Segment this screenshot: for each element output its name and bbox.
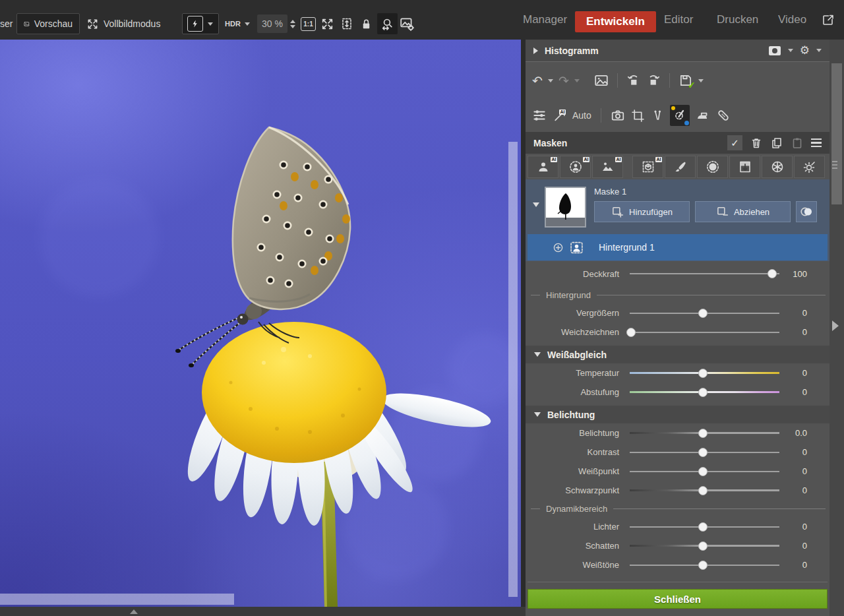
slider-handle-lichter[interactable] bbox=[698, 522, 708, 532]
slider-handle-wei-t-ne[interactable] bbox=[698, 561, 708, 570]
mask-luminance-button[interactable] bbox=[794, 156, 825, 178]
mask-person-ai-button[interactable]: AI bbox=[528, 156, 558, 178]
histogram-header[interactable]: Histogramm ⚙ bbox=[526, 40, 829, 62]
fit-to-screen-button[interactable] bbox=[320, 13, 334, 34]
slider-handle-belichtung[interactable] bbox=[698, 429, 708, 438]
panel-collapse-arrow[interactable] bbox=[832, 321, 839, 331]
mask-add-button[interactable]: Hinzufügen bbox=[594, 201, 690, 222]
hdr-dropdown[interactable]: HDR bbox=[225, 13, 250, 34]
mask-object-ai-button[interactable]: AI bbox=[632, 156, 663, 178]
slider-handle-vergr-ern[interactable] bbox=[698, 309, 708, 318]
slider-handle-wei-punkt[interactable] bbox=[698, 467, 708, 476]
add-layer-icon[interactable] bbox=[553, 242, 564, 253]
save-dropdown-caret[interactable] bbox=[698, 79, 704, 82]
canvas-horizontal-scrollbar[interactable] bbox=[0, 594, 234, 605]
photo-canvas[interactable] bbox=[0, 40, 521, 607]
slider-handle-kontrast[interactable] bbox=[698, 448, 708, 457]
mask-brush-button[interactable] bbox=[665, 156, 696, 178]
undo-icon[interactable]: ↶ bbox=[532, 75, 543, 87]
mask-enabled-checkbox[interactable]: ✓ bbox=[727, 135, 742, 150]
adjustments-icon[interactable] bbox=[532, 108, 547, 123]
browser-tab-partial[interactable]: ser bbox=[0, 13, 13, 34]
fit-height-button[interactable] bbox=[340, 13, 353, 34]
slider-handle-weichzeichnen[interactable] bbox=[626, 328, 636, 337]
slider-track-lichter[interactable] bbox=[630, 522, 779, 532]
preview-button[interactable]: Vorschau bbox=[16, 13, 80, 34]
nav-drucken[interactable]: Drucken bbox=[717, 0, 758, 40]
mask-invert-button[interactable] bbox=[796, 201, 817, 222]
paste-mask-icon[interactable] bbox=[791, 137, 804, 150]
slider-value-wei-t-ne: 0 bbox=[779, 560, 829, 570]
auto-label[interactable]: Auto bbox=[572, 110, 591, 121]
redo-dropdown-caret[interactable] bbox=[574, 79, 580, 82]
nav-manager[interactable]: Manager bbox=[523, 0, 567, 40]
open-external-button[interactable] bbox=[822, 0, 835, 40]
crop-icon[interactable] bbox=[631, 109, 645, 123]
rotate-right-icon[interactable] bbox=[646, 73, 661, 88]
auto-enhance-button[interactable]: AI bbox=[553, 109, 566, 123]
slider-track-schwarzpunkt[interactable] bbox=[630, 485, 779, 496]
nav-video[interactable]: Video bbox=[778, 0, 806, 40]
zoom-input[interactable]: 30 % bbox=[257, 15, 287, 33]
section-header-bar-wei-abgleich[interactable]: Weißabgleich bbox=[526, 346, 829, 363]
zoom-100-button[interactable]: 1:1 bbox=[301, 13, 316, 34]
overlay-dropdown-caret[interactable] bbox=[788, 49, 793, 52]
slider-handle-temperatur[interactable] bbox=[698, 369, 708, 378]
mask-menu-icon[interactable] bbox=[811, 139, 822, 148]
masking-tool-button[interactable] bbox=[670, 105, 690, 126]
copy-mask-icon[interactable] bbox=[770, 137, 783, 150]
mask-collapse-icon[interactable] bbox=[533, 202, 539, 207]
rotate-left-icon[interactable] bbox=[626, 73, 641, 88]
nav-entwickeln[interactable]: Entwickeln bbox=[575, 11, 656, 32]
mask-layer-row-hintergrund[interactable]: Hintergrund 1 bbox=[528, 234, 828, 261]
mask-overlay-icon[interactable] bbox=[768, 46, 781, 56]
mask-ellipse-button[interactable] bbox=[697, 156, 728, 178]
mask-color-wheel-button[interactable] bbox=[762, 156, 793, 178]
camera-raw-icon[interactable] bbox=[611, 108, 625, 123]
undo-dropdown-caret[interactable] bbox=[548, 79, 553, 82]
delete-mask-icon[interactable] bbox=[750, 137, 763, 150]
mask-thumbnail[interactable] bbox=[545, 187, 586, 228]
slider-track-abstufung[interactable] bbox=[630, 387, 779, 398]
slider-track-schatten[interactable] bbox=[630, 541, 779, 551]
slider-track-belichtung[interactable] bbox=[630, 428, 779, 439]
slider-handle-schwarzpunkt[interactable] bbox=[698, 486, 708, 495]
slider-track-weichzeichnen[interactable] bbox=[630, 327, 779, 338]
slider-track-wei-t-ne[interactable] bbox=[630, 560, 779, 570]
fullscreen-button[interactable]: Vollbildmodus bbox=[86, 13, 160, 34]
settings-dropdown-caret[interactable] bbox=[816, 49, 822, 52]
iron-smooth-icon[interactable] bbox=[696, 108, 710, 123]
close-button[interactable]: Schließen bbox=[528, 589, 828, 609]
mask-background-ai-button[interactable]: AI bbox=[592, 156, 623, 178]
mask-subject-ai-button[interactable]: AI bbox=[560, 156, 591, 178]
flash-dropdown-caret[interactable] bbox=[208, 22, 213, 26]
healing-bandage-icon[interactable] bbox=[716, 108, 731, 123]
slider-track-kontrast[interactable] bbox=[630, 447, 779, 458]
nav-editor[interactable]: Editor bbox=[664, 0, 693, 40]
slider-track-vergr-ern[interactable] bbox=[630, 308, 779, 319]
filmstrip-expand-arrow[interactable] bbox=[130, 609, 138, 614]
slider-handle-deckkraft[interactable] bbox=[768, 269, 777, 278]
flash-auto-button[interactable] bbox=[182, 13, 219, 34]
panel-scrollbar[interactable] bbox=[829, 40, 844, 616]
panel-scrollbar-handle[interactable] bbox=[831, 63, 842, 204]
canvas-vertical-scrollbar[interactable] bbox=[508, 142, 518, 597]
slider-track-temperatur[interactable] bbox=[630, 368, 779, 379]
slider-handle-abstufung[interactable] bbox=[698, 388, 708, 397]
mask-subtract-button[interactable]: Abziehen bbox=[695, 201, 791, 222]
zoom-stepper[interactable] bbox=[290, 20, 295, 28]
slider-track-wei-punkt[interactable] bbox=[630, 466, 779, 477]
gear-icon[interactable]: ⚙ bbox=[800, 45, 810, 56]
redo-icon[interactable]: ↷ bbox=[558, 75, 569, 87]
preview-settings-button[interactable] bbox=[400, 13, 414, 34]
original-preview-icon[interactable] bbox=[594, 73, 609, 88]
compare-view-button[interactable] bbox=[377, 13, 398, 34]
save-button[interactable]: ✓ bbox=[678, 73, 693, 88]
photo-butterfly-daisy bbox=[0, 40, 521, 607]
slider-track-deckkraft[interactable] bbox=[630, 268, 779, 279]
slider-handle-schatten[interactable] bbox=[698, 541, 708, 551]
lock-zoom-button[interactable] bbox=[360, 13, 373, 34]
mask-gradient-button[interactable] bbox=[729, 156, 760, 178]
straighten-icon[interactable] bbox=[651, 109, 664, 122]
section-header-bar-belichtung[interactable]: Belichtung bbox=[526, 406, 829, 423]
